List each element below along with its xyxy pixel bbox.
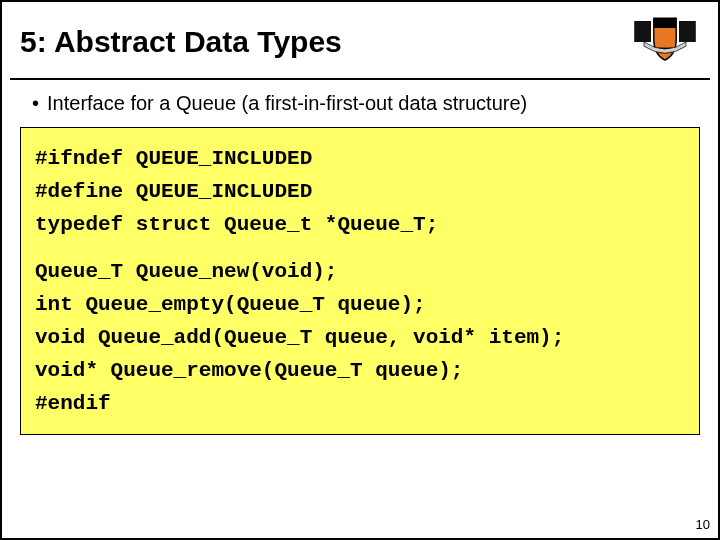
slide: 5: Abstract Data Types •Interface for a …: [0, 0, 720, 540]
code-line: #ifndef QUEUE_INCLUDED: [35, 142, 685, 175]
code-line: void Queue_add(Queue_T queue, void* item…: [35, 321, 685, 354]
page-number: 10: [694, 517, 712, 532]
code-line: #endif: [35, 387, 685, 420]
code-line: void* Queue_remove(Queue_T queue);: [35, 354, 685, 387]
bullet-text: Interface for a Queue (a first-in-first-…: [47, 92, 527, 114]
bullet-line: •Interface for a Queue (a first-in-first…: [2, 80, 718, 123]
svg-rect-1: [679, 21, 696, 42]
code-line: #define QUEUE_INCLUDED: [35, 175, 685, 208]
bullet-dot-icon: •: [32, 92, 39, 114]
title-row: 5: Abstract Data Types: [2, 2, 718, 78]
svg-rect-0: [634, 21, 651, 42]
code-blank-line: [35, 241, 685, 255]
code-line: int Queue_empty(Queue_T queue);: [35, 288, 685, 321]
slide-title: 5: Abstract Data Types: [20, 25, 342, 59]
code-line: typedef struct Queue_t *Queue_T;: [35, 208, 685, 241]
princeton-shield-icon: [630, 12, 700, 72]
code-box: #ifndef QUEUE_INCLUDED #define QUEUE_INC…: [20, 127, 700, 435]
code-line: Queue_T Queue_new(void);: [35, 255, 685, 288]
